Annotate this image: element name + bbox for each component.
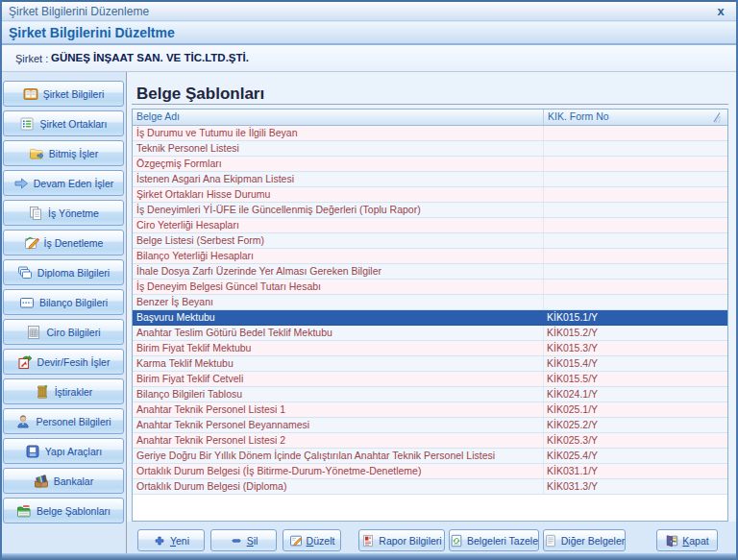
table-row[interactable]: Bilanço Yeterliği Hesapları (133, 249, 727, 264)
table-row[interactable]: İş Durumu ve Tutumu ile İlgili Beyan (133, 126, 727, 141)
table-row[interactable]: Bilanço Bilgileri TablosuKİK024.1/Y (133, 387, 727, 402)
report-icon (361, 534, 375, 548)
exit-door-icon (665, 534, 678, 548)
table-row[interactable]: Ortaklık Durum Belgesi (İş Bitirme-Durum… (133, 464, 727, 479)
kapat-button[interactable]: Kapat (656, 529, 718, 551)
table-row[interactable]: Anahtar Teknik Personel BeyannamesiKİK02… (133, 418, 727, 433)
dashed-box-icon (19, 295, 35, 310)
table-row[interactable]: Karma Teklif MektubuKİK015.4/Y (133, 356, 727, 372)
yeni-button[interactable]: Yeni (137, 529, 205, 551)
edit-icon (289, 534, 303, 548)
sidebar-item-i-s-denetleme[interactable]: İş Denetleme (3, 230, 124, 256)
sidebar-item-diploma-bilgileri[interactable]: Diploma Bilgileri (3, 259, 124, 285)
table-row[interactable]: Teknik Personel Listesi (133, 141, 727, 157)
sidebar-item-bilanco-bilgileri[interactable]: Bilanço Bilgileri (3, 289, 124, 315)
form-title: Şirket Bilgilerini Düzeltme (9, 25, 175, 40)
sidebar-item-bitmis-i-sler[interactable]: Bitmiş İşler (3, 140, 124, 166)
sidebar-item-belge-sablonlari[interactable]: Belge Şablonları (3, 498, 124, 523)
app-window: Şirket Bilgilerini Düzenleme x Şirket Bi… (0, 0, 738, 560)
table-row[interactable]: Özgeçmiş Formları (133, 157, 727, 172)
duzelt-button[interactable]: Düzelt (283, 529, 341, 551)
rapor-bilgileri-button[interactable]: Rapor Bilgileri (358, 529, 445, 551)
table-row[interactable]: Birim Fiyat Teklif CetveliKİK015.5/Y (133, 372, 727, 387)
cell-kik-form-no (544, 126, 727, 140)
cell-belge-adi: İş Deneyimleri Yİ-ÜFE ile Güncellenmiş D… (133, 203, 544, 217)
sidebar-item-label: Şirket Bilgileri (43, 88, 105, 100)
sidebar-item-i-s-yonetme[interactable]: İş Yönetme (3, 200, 124, 226)
cell-belge-adi: İş Deneyim Belgesi Güncel Tutarı Hesabı (133, 280, 544, 294)
sidebar-item-devam-eden-i-sler[interactable]: Devam Eden İşler (3, 170, 124, 196)
table-row[interactable]: Başvuru MektubuKİK015.1/Y (133, 310, 727, 326)
sidebar-item-personel-bilgileri[interactable]: Personel Bilgileri (3, 408, 124, 434)
cell-belge-adi: Bilanço Yeterliği Hesapları (133, 249, 544, 263)
folder-doc-icon (16, 503, 32, 519)
table-row[interactable]: İş Deneyimleri Yİ-ÜFE ile Güncellenmiş D… (133, 203, 727, 218)
title-rule (132, 104, 728, 105)
button-label: Düzelt (307, 535, 335, 547)
cell-kik-form-no (544, 141, 727, 156)
cell-belge-adi: Teknik Personel Listesi (133, 141, 544, 156)
table-row[interactable]: İhale Dosya Zarfı Üzerinde Yer Alması Ge… (133, 264, 727, 280)
table-row[interactable]: Birim Fiyat Teklif MektubuKİK015.3/Y (133, 341, 727, 356)
diger-belgeler-button[interactable]: Diğer Belgeler (543, 529, 626, 551)
table-row[interactable]: İş Deneyim Belgesi Güncel Tutarı Hesabı (133, 280, 727, 295)
sidebar-item-devir-fesih-i-sler[interactable]: Devir/Fesih İşler (3, 349, 124, 375)
grid-body: İş Durumu ve Tutumu ile İlgili BeyanTekn… (133, 126, 727, 495)
cell-belge-adi: Anahtar Teknik Personel Listesi 2 (133, 433, 544, 448)
column-header-kik-form-no[interactable]: KIK. Form No (544, 110, 727, 125)
sidebar-item-sirket-bilgileri[interactable]: Şirket Bilgileri (3, 81, 124, 107)
table-row[interactable]: Ortaklık Durum Belgesi (Diploma)KİK031.3… (133, 479, 727, 495)
close-icon[interactable]: x (713, 4, 728, 19)
table-row[interactable]: Benzer İş Beyanı (133, 295, 727, 310)
sidebar-item-ciro-bilgileri[interactable]: Ciro Bilgileri (3, 319, 124, 345)
sidebar-item-i-stirakler[interactable]: İştirakler (3, 378, 124, 404)
belgeleri-tazele-button[interactable]: Belgeleri Tazele (449, 529, 539, 551)
cell-kik-form-no: KİK025.4/Y (544, 449, 727, 463)
cell-belge-adi: Anahtar Teknik Personel Listesi 1 (133, 402, 544, 417)
cell-belge-adi: İhale Dosya Zarfı Üzerinde Yer Alması Ge… (133, 264, 544, 279)
sidebar-item-label: İş Denetleme (44, 237, 104, 249)
cell-kik-form-no (544, 203, 727, 217)
cell-kik-form-no: KİK031.1/Y (544, 464, 727, 478)
table-row[interactable]: Anahtar Teslim Götürü Bedel Teklif Mektu… (133, 326, 727, 341)
table-row[interactable]: Anahtar Teknik Personel Listesi 1KİK025.… (133, 402, 727, 418)
cell-kik-form-no (544, 295, 727, 309)
cell-belge-adi: Belge Listesi (Serbest Form) (133, 233, 544, 248)
cell-kik-form-no (544, 157, 727, 171)
cell-belge-adi: Özgeçmiş Formları (133, 157, 544, 171)
cell-belge-adi: Benzer İş Beyanı (133, 295, 544, 309)
cell-belge-adi: Birim Fiyat Teklif Mektubu (133, 341, 544, 355)
button-label: Sil (247, 535, 258, 547)
table-row[interactable]: Ciro Yeterliği Hesapları (133, 218, 727, 233)
sidebar-item-bankalar[interactable]: Bankalar (3, 468, 124, 494)
cell-belge-adi: Anahtar Teknik Personel Beyannamesi (133, 418, 544, 432)
cell-belge-adi: Başvuru Mektubu (133, 310, 544, 325)
table-row[interactable]: Şirket Ortakları Hisse Durumu (133, 187, 727, 203)
sidebar-item-label: Bitmiş İşler (49, 148, 98, 159)
button-label: Belgeleri Tazele (467, 535, 538, 547)
window-bottom-border (2, 553, 736, 560)
sidebar-item-label: Devir/Fesih İşler (37, 356, 111, 368)
sidebar-item-yapi-araclari[interactable]: Yapı Araçları (3, 438, 124, 464)
column-header-belge-adi[interactable]: Belge Adı (133, 110, 544, 125)
table-row[interactable]: Anahtar Teknik Personel Listesi 2KİK025.… (133, 433, 727, 449)
cell-kik-form-no: KİK015.3/Y (544, 341, 727, 355)
cell-belge-adi: Anahtar Teslim Götürü Bedel Teklif Mektu… (133, 326, 544, 340)
cell-kik-form-no: KİK031.3/Y (544, 479, 727, 494)
minus-icon (230, 534, 243, 548)
table-row[interactable]: Geriye Doğru Bir Yıllık Dönem İçinde Çal… (133, 449, 727, 464)
cell-kik-form-no (544, 172, 727, 186)
sil-button[interactable]: Sil (210, 529, 277, 551)
window-border-left (0, 0, 2, 560)
cell-kik-form-no (544, 218, 727, 232)
sidebar-item-label: İş Yönetme (48, 207, 99, 219)
page-title: Belge Şablonları (136, 85, 264, 104)
table-row[interactable]: İstenen Asgari Ana Ekipman Listesi (133, 172, 727, 187)
window-title: Şirket Bilgilerini Düzenleme (9, 5, 149, 18)
table-row[interactable]: Belge Listesi (Serbest Form) (133, 233, 727, 249)
cell-kik-form-no: KİK015.5/Y (544, 372, 727, 386)
sidebar-item-sirket-ortaklari[interactable]: Şirket Ortakları (3, 110, 124, 136)
sidebar-item-label: Belge Şablonları (37, 505, 111, 517)
cell-belge-adi: Ortaklık Durum Belgesi (Diploma) (133, 479, 544, 494)
doc-icon (544, 534, 557, 548)
